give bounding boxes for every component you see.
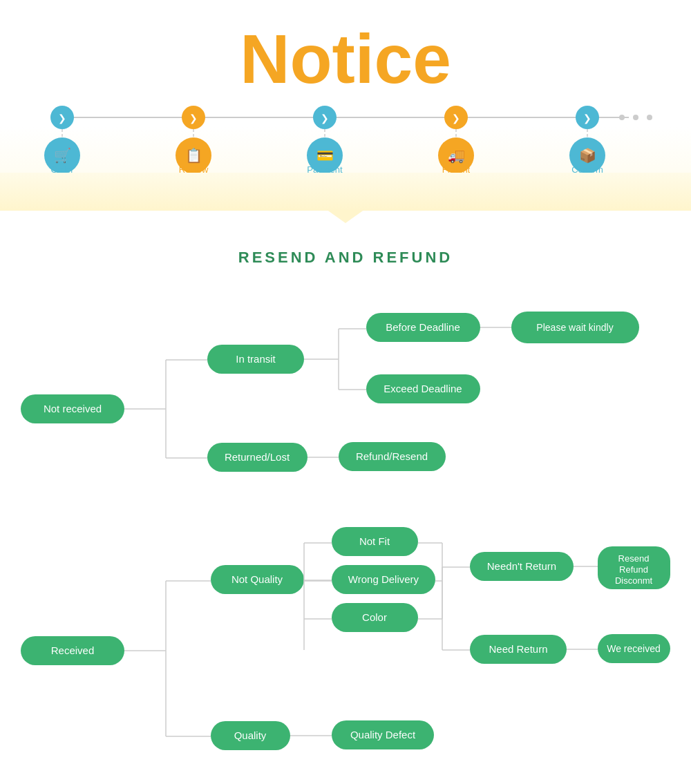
svg-text:Not Fit: Not Fit [359,535,390,547]
svg-text:Returned/Lost: Returned/Lost [225,451,290,463]
svg-text:Freight: Freight [442,164,471,173]
svg-text:Wrong Delivery: Wrong Delivery [348,573,419,585]
svg-text:📦: 📦 [579,147,596,164]
svg-text:We received: We received [607,643,661,654]
svg-text:Not received: Not received [44,403,102,414]
svg-text:Exceed Deadline: Exceed Deadline [384,383,462,394]
wave-section [0,173,691,211]
svg-text:Color: Color [362,611,387,623]
svg-point-31 [619,115,625,120]
flowchart: Not received In transit Before Deadline … [0,287,691,784]
svg-point-33 [647,115,652,120]
svg-point-32 [633,115,638,120]
svg-text:📋: 📋 [185,147,202,164]
svg-text:Resend: Resend [618,553,650,564]
svg-text:Needn't Return: Needn't Return [487,560,556,572]
svg-text:Confirm: Confirm [571,164,603,173]
svg-text:Not Quality: Not Quality [231,573,283,585]
page-title: Notice [0,21,691,97]
svg-text:Payment: Payment [307,164,343,173]
svg-text:❯: ❯ [189,113,198,124]
svg-text:Order: Order [50,164,74,173]
svg-text:Please wait kindly: Please wait kindly [536,322,613,333]
progress-area: ❯ 🛒 Order ❯ 📋 Review ❯ 💳 Payment ❯ � [0,104,691,173]
svg-text:Refund: Refund [619,564,648,575]
title-section: Notice [0,0,691,104]
svg-text:Before Deadline: Before Deadline [386,321,460,333]
svg-text:❯: ❯ [58,113,66,124]
svg-text:❯: ❯ [321,113,329,124]
svg-text:In transit: In transit [236,353,276,365]
flow2-svg: Received Not Quality Not Fit Wrong Deliv… [14,501,677,784]
svg-text:Quality: Quality [234,729,267,741]
progress-bar-svg: ❯ 🛒 Order ❯ 📋 Review ❯ 💳 Payment ❯ � [21,104,670,173]
svg-text:Refund/Resend: Refund/Resend [356,450,428,462]
svg-text:🚚: 🚚 [448,147,465,164]
svg-text:Review: Review [179,164,209,173]
svg-text:Disconmt: Disconmt [615,575,653,586]
svg-text:💳: 💳 [316,147,334,164]
svg-text:Quality Defect: Quality Defect [350,729,416,740]
svg-text:❯: ❯ [452,113,460,124]
svg-text:❯: ❯ [583,113,591,124]
svg-text:Need Return: Need Return [489,643,547,655]
section-title: RESEND AND REFUND [0,249,691,267]
svg-text:🛒: 🛒 [54,147,71,164]
flow1-svg: Not received In transit Before Deadline … [14,287,677,501]
svg-text:Received: Received [51,644,95,656]
